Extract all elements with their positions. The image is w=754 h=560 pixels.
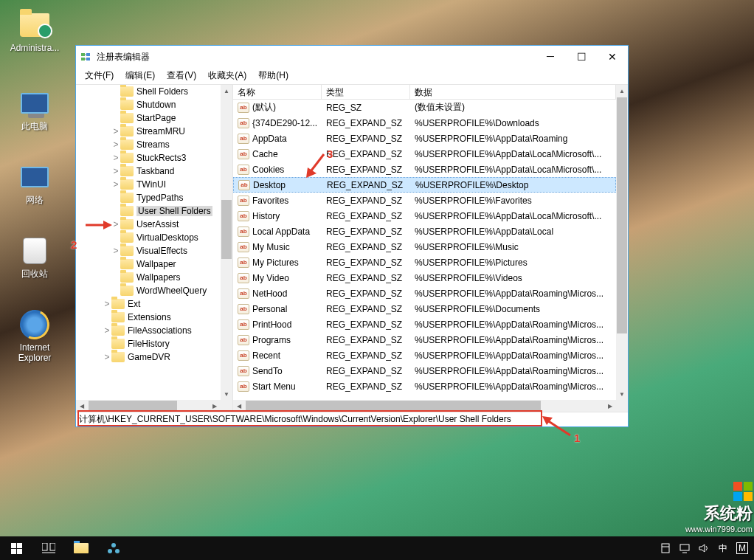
list-scrollbar-v[interactable]: ▲▼ (616, 85, 628, 400)
tray-volume-icon[interactable] (698, 542, 710, 554)
list-row[interactable]: abNetHoodREG_EXPAND_SZ%USERPROFILE%\AppD… (233, 286, 616, 301)
taskbar-app[interactable] (97, 536, 130, 560)
list-row[interactable]: abHistoryREG_EXPAND_SZ%USERPROFILE%\AppD… (233, 208, 616, 224)
tree-item[interactable]: >UserAssist (76, 218, 221, 231)
list-row[interactable]: abStart MenuREG_EXPAND_SZ%USERPROFILE%\A… (233, 378, 616, 394)
expand-toggle[interactable]: > (103, 325, 111, 336)
list-row[interactable]: abSendToREG_EXPAND_SZ%USERPROFILE%\AppDa… (233, 363, 616, 378)
tree-item[interactable]: WordWheelQuery (76, 284, 221, 297)
tree-item[interactable]: User Shell Folders (76, 204, 221, 218)
col-data[interactable]: 数据 (410, 85, 616, 99)
registry-tree[interactable]: Shell FoldersShutdownStartPage>StreamMRU… (76, 85, 233, 412)
statusbar: 计算机\HKEY_CURRENT_USER\SOFTWARE\Microsoft… (76, 412, 628, 426)
list-row[interactable]: abCookiesREG_EXPAND_SZ%USERPROFILE%\AppD… (233, 162, 616, 177)
value-name: Cache (252, 149, 278, 159)
tree-item[interactable]: >StreamMRU (76, 125, 221, 138)
list-row[interactable]: abDesktopREG_EXPAND_SZ%USERPROFILE%\Desk… (233, 177, 616, 193)
list-row[interactable]: abMy MusicREG_EXPAND_SZ%USERPROFILE%\Mus… (233, 239, 616, 255)
titlebar[interactable]: 注册表编辑器 ─ ☐ ✕ (76, 46, 628, 68)
watermark-url: www.win7999.com (685, 525, 753, 533)
close-button[interactable]: ✕ (597, 46, 628, 67)
tree-item[interactable]: >GameDVR (76, 350, 221, 364)
minimize-button[interactable]: ─ (535, 46, 566, 67)
tree-item[interactable]: >FileAssociations (76, 324, 221, 337)
value-type: REG_EXPAND_SZ (322, 381, 410, 392)
expand-toggle[interactable]: > (111, 179, 120, 190)
col-type[interactable]: 类型 (322, 85, 410, 99)
list-row[interactable]: abPrintHoodREG_EXPAND_SZ%USERPROFILE%\Ap… (233, 317, 616, 332)
tree-item[interactable]: Wallpaper (76, 257, 221, 271)
list-row[interactable]: abFavoritesREG_EXPAND_SZ%USERPROFILE%\Fa… (233, 193, 616, 208)
tree-scrollbar-h[interactable]: ◀▶ (76, 400, 221, 412)
tree-item[interactable]: StartPage (76, 111, 221, 125)
desktop-icon-this-pc[interactable]: 此电脑 (9, 89, 60, 131)
menu-edit[interactable]: 编辑(E) (120, 68, 161, 83)
tray-ime-lang[interactable]: 中 (717, 542, 729, 554)
value-data: %USERPROFILE%\AppData\Roaming\Micros... (410, 288, 616, 299)
list-row[interactable]: abMy VideoREG_EXPAND_SZ%USERPROFILE%\Vid… (233, 270, 616, 286)
list-row[interactable]: abAppDataREG_EXPAND_SZ%USERPROFILE%\AppD… (233, 131, 616, 146)
desktop-icon-admin[interactable]: Administra... (9, 10, 60, 53)
tray-ime-mode[interactable]: M (736, 542, 748, 554)
tree-item-label: FileAssociations (128, 325, 192, 336)
desktop-icon-ie[interactable]: Internet Explorer (9, 310, 60, 363)
list-row[interactable]: ab(默认)REG_SZ(数值未设置) (233, 100, 616, 115)
menu-view[interactable]: 查看(V) (161, 68, 202, 83)
expand-toggle[interactable]: > (111, 219, 120, 229)
tree-item[interactable]: Extensions (76, 311, 221, 324)
menu-help[interactable]: 帮助(H) (252, 68, 294, 83)
tree-item[interactable]: Shutdown (76, 98, 221, 111)
list-row[interactable]: abProgramsREG_EXPAND_SZ%USERPROFILE%\App… (233, 332, 616, 348)
start-button[interactable] (0, 536, 32, 560)
list-row[interactable]: abLocal AppDataREG_EXPAND_SZ%USERPROFILE… (233, 224, 616, 239)
expand-toggle[interactable]: > (111, 246, 120, 256)
desktop-icon-network[interactable]: 网络 (9, 162, 60, 205)
task-view-button[interactable] (32, 536, 65, 560)
value-name: Recent (252, 350, 280, 361)
tree-item-label: Ext (128, 299, 140, 309)
desktop-icon-recycle-bin[interactable]: 回收站 (9, 236, 60, 279)
value-name: Local AppData (252, 227, 310, 237)
menu-file[interactable]: 文件(F) (79, 68, 120, 83)
value-data: %USERPROFILE%\AppData\Local\Microsoft\..… (410, 211, 616, 221)
tray-network-icon[interactable] (679, 542, 691, 554)
expand-toggle[interactable]: > (103, 352, 111, 362)
list-row[interactable]: abMy PicturesREG_EXPAND_SZ%USERPROFILE%\… (233, 255, 616, 270)
tree-item[interactable]: >VisualEffects (76, 244, 221, 257)
tree-item[interactable]: >Taskband (76, 165, 221, 178)
expand-toggle[interactable]: > (111, 166, 120, 176)
tree-item[interactable]: VirtualDesktops (76, 231, 221, 244)
value-data: (数值未设置) (410, 101, 616, 114)
value-name: {374DE290-12... (252, 118, 317, 128)
list-row[interactable]: abCacheREG_EXPAND_SZ%USERPROFILE%\AppDat… (233, 146, 616, 162)
maximize-button[interactable]: ☐ (566, 46, 597, 67)
list-row[interactable]: abPersonalREG_EXPAND_SZ%USERPROFILE%\Doc… (233, 301, 616, 317)
value-data: %USERPROFILE%\AppData\Roaming (410, 134, 616, 144)
tree-item[interactable]: >StuckRects3 (76, 151, 221, 165)
taskbar-file-explorer[interactable] (65, 536, 97, 560)
value-name: (默认) (252, 101, 276, 114)
expand-toggle[interactable]: > (111, 139, 120, 150)
tree-scrollbar-v[interactable]: ▲▼ (221, 85, 232, 400)
tree-item[interactable]: Shell Folders (76, 85, 221, 98)
tree-item[interactable]: >TWinUI (76, 178, 221, 191)
pc-icon (21, 93, 49, 114)
tree-item[interactable]: Wallpapers (76, 271, 221, 284)
tree-item[interactable]: TypedPaths (76, 191, 221, 204)
registry-values-list[interactable]: 名称 类型 数据 ab(默认)REG_SZ(数值未设置)ab{374DE290-… (233, 85, 628, 412)
tree-item[interactable]: FileHistory (76, 337, 221, 350)
expand-toggle[interactable]: > (111, 153, 120, 163)
svg-rect-7 (50, 543, 55, 550)
tree-item[interactable]: >Ext (76, 297, 221, 311)
tray-charm-icon[interactable] (660, 542, 671, 554)
value-type: REG_EXPAND_SZ (322, 257, 410, 268)
list-scrollbar-h[interactable]: ◀▶ (233, 400, 616, 412)
tree-item[interactable]: >Streams (76, 138, 221, 151)
string-value-icon: ab (238, 304, 249, 314)
list-row[interactable]: ab{374DE290-12...REG_EXPAND_SZ%USERPROFI… (233, 115, 616, 131)
list-row[interactable]: abRecentREG_EXPAND_SZ%USERPROFILE%\AppDa… (233, 348, 616, 363)
expand-toggle[interactable]: > (111, 126, 120, 136)
col-name[interactable]: 名称 (233, 85, 322, 99)
menu-favorites[interactable]: 收藏夹(A) (202, 68, 252, 83)
expand-toggle[interactable]: > (103, 299, 111, 309)
